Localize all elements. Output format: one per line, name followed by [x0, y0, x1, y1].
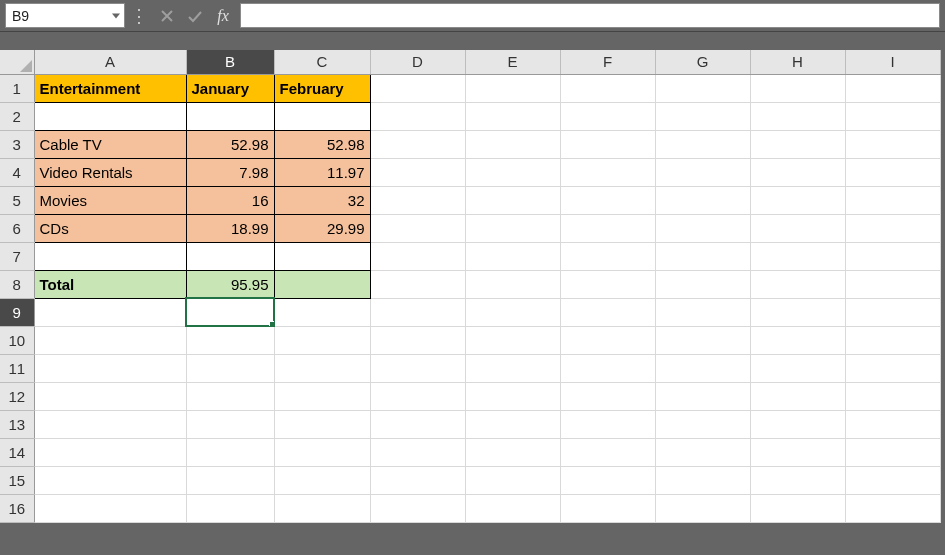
chevron-down-icon[interactable]	[112, 13, 120, 18]
row-header-4[interactable]: 4	[0, 158, 34, 186]
cell-H10[interactable]	[750, 326, 845, 354]
row-header-10[interactable]: 10	[0, 326, 34, 354]
cell-I9[interactable]	[845, 298, 940, 326]
column-header-E[interactable]: E	[465, 50, 560, 74]
cell-C12[interactable]	[274, 382, 370, 410]
cell-H13[interactable]	[750, 410, 845, 438]
cell-H9[interactable]	[750, 298, 845, 326]
column-header-C[interactable]: C	[274, 50, 370, 74]
cell-B2[interactable]	[186, 102, 274, 130]
cell-B12[interactable]	[186, 382, 274, 410]
row-header-13[interactable]: 13	[0, 410, 34, 438]
cell-E14[interactable]	[465, 438, 560, 466]
cell-G9[interactable]	[655, 298, 750, 326]
cell-G12[interactable]	[655, 382, 750, 410]
row-header-11[interactable]: 11	[0, 354, 34, 382]
cell-H3[interactable]	[750, 130, 845, 158]
row-header-16[interactable]: 16	[0, 494, 34, 522]
cell-G8[interactable]	[655, 270, 750, 298]
cell-C3[interactable]: 52.98	[274, 130, 370, 158]
cell-F8[interactable]	[560, 270, 655, 298]
row-header-12[interactable]: 12	[0, 382, 34, 410]
row-header-7[interactable]: 7	[0, 242, 34, 270]
cell-B5[interactable]: 16	[186, 186, 274, 214]
cell-H6[interactable]	[750, 214, 845, 242]
cell-H4[interactable]	[750, 158, 845, 186]
cell-B8[interactable]: 95.95	[186, 270, 274, 298]
column-header-D[interactable]: D	[370, 50, 465, 74]
cell-I5[interactable]	[845, 186, 940, 214]
cell-H5[interactable]	[750, 186, 845, 214]
formula-input[interactable]	[240, 3, 940, 28]
cell-D7[interactable]	[370, 242, 465, 270]
cell-G7[interactable]	[655, 242, 750, 270]
cell-I12[interactable]	[845, 382, 940, 410]
cell-A3[interactable]: Cable TV	[34, 130, 186, 158]
cell-A13[interactable]	[34, 410, 186, 438]
cell-E8[interactable]	[465, 270, 560, 298]
cell-B13[interactable]	[186, 410, 274, 438]
cell-G15[interactable]	[655, 466, 750, 494]
cell-H11[interactable]	[750, 354, 845, 382]
cell-A14[interactable]	[34, 438, 186, 466]
cell-A1[interactable]: Entertainment	[34, 74, 186, 102]
cell-C7[interactable]	[274, 242, 370, 270]
cell-G6[interactable]	[655, 214, 750, 242]
enter-formula-button[interactable]	[181, 0, 209, 31]
cell-B15[interactable]	[186, 466, 274, 494]
cell-A11[interactable]	[34, 354, 186, 382]
cell-A15[interactable]	[34, 466, 186, 494]
cell-G2[interactable]	[655, 102, 750, 130]
cell-I8[interactable]	[845, 270, 940, 298]
column-header-H[interactable]: H	[750, 50, 845, 74]
cell-B4[interactable]: 7.98	[186, 158, 274, 186]
cell-D9[interactable]	[370, 298, 465, 326]
cell-C9[interactable]	[274, 298, 370, 326]
cell-E6[interactable]	[465, 214, 560, 242]
cell-F3[interactable]	[560, 130, 655, 158]
cell-B3[interactable]: 52.98	[186, 130, 274, 158]
name-box[interactable]: B9	[5, 3, 125, 28]
cell-D2[interactable]	[370, 102, 465, 130]
cell-E9[interactable]	[465, 298, 560, 326]
cell-E5[interactable]	[465, 186, 560, 214]
cell-B7[interactable]	[186, 242, 274, 270]
cell-C13[interactable]	[274, 410, 370, 438]
cell-F13[interactable]	[560, 410, 655, 438]
row-header-6[interactable]: 6	[0, 214, 34, 242]
insert-function-button[interactable]: fx	[209, 0, 237, 31]
column-header-F[interactable]: F	[560, 50, 655, 74]
cell-F16[interactable]	[560, 494, 655, 522]
cell-A10[interactable]	[34, 326, 186, 354]
cell-C1[interactable]: February	[274, 74, 370, 102]
cell-G1[interactable]	[655, 74, 750, 102]
cell-H16[interactable]	[750, 494, 845, 522]
row-header-15[interactable]: 15	[0, 466, 34, 494]
cell-F5[interactable]	[560, 186, 655, 214]
row-header-8[interactable]: 8	[0, 270, 34, 298]
row-header-9[interactable]: 9	[0, 298, 34, 326]
cell-H7[interactable]	[750, 242, 845, 270]
cell-D14[interactable]	[370, 438, 465, 466]
cell-C8[interactable]	[274, 270, 370, 298]
cell-C16[interactable]	[274, 494, 370, 522]
cell-G13[interactable]	[655, 410, 750, 438]
cell-I7[interactable]	[845, 242, 940, 270]
cell-C15[interactable]	[274, 466, 370, 494]
cell-I11[interactable]	[845, 354, 940, 382]
cell-G5[interactable]	[655, 186, 750, 214]
cell-H8[interactable]	[750, 270, 845, 298]
cell-C5[interactable]: 32	[274, 186, 370, 214]
row-header-1[interactable]: 1	[0, 74, 34, 102]
cell-E4[interactable]	[465, 158, 560, 186]
cell-E7[interactable]	[465, 242, 560, 270]
row-header-14[interactable]: 14	[0, 438, 34, 466]
cell-I1[interactable]	[845, 74, 940, 102]
cell-I13[interactable]	[845, 410, 940, 438]
cell-F12[interactable]	[560, 382, 655, 410]
cell-G14[interactable]	[655, 438, 750, 466]
cell-C4[interactable]: 11.97	[274, 158, 370, 186]
cell-I6[interactable]	[845, 214, 940, 242]
cell-A4[interactable]: Video Rentals	[34, 158, 186, 186]
cell-D16[interactable]	[370, 494, 465, 522]
